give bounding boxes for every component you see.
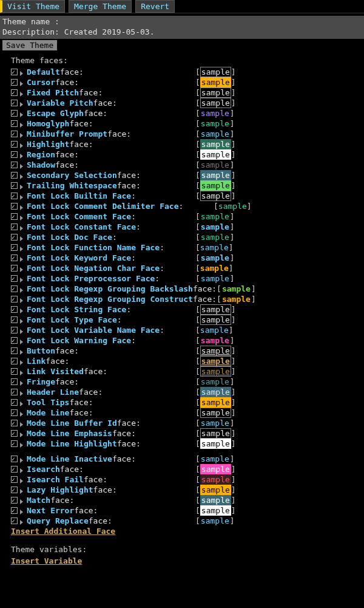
expand-icon[interactable] [20,247,23,251]
face-checkbox[interactable] [11,327,18,333]
face-checkbox[interactable] [11,254,18,261]
expand-icon[interactable] [20,112,23,117]
expand-icon[interactable] [20,216,23,220]
expand-icon[interactable] [20,371,23,375]
face-checkbox[interactable] [11,213,18,220]
expand-icon[interactable] [20,195,23,200]
face-checkbox[interactable] [11,265,18,272]
face-checkbox[interactable] [11,224,18,230]
face-checkbox[interactable] [11,203,18,210]
face-checkbox[interactable] [11,476,18,483]
save-theme-button[interactable]: Save Theme [2,40,57,50]
face-checkbox[interactable] [11,275,18,282]
face-checkbox[interactable] [11,69,18,75]
expand-icon[interactable] [20,154,23,159]
face-checkbox[interactable] [11,466,18,473]
face-checkbox[interactable] [11,337,18,344]
expand-icon[interactable] [20,401,23,406]
expand-icon[interactable] [20,164,23,169]
expand-icon[interactable] [20,391,23,396]
expand-icon[interactable] [20,226,23,231]
face-checkbox[interactable] [11,234,18,241]
expand-icon[interactable] [20,71,23,76]
expand-icon[interactable] [20,92,23,97]
insert-variable-link[interactable]: Insert Variable [11,556,82,567]
expand-icon[interactable] [20,360,23,365]
expand-icon[interactable] [20,185,23,190]
face-checkbox[interactable] [11,193,18,199]
expand-icon[interactable] [20,123,23,128]
face-checkbox[interactable] [11,172,18,179]
face-checkbox[interactable] [11,120,18,127]
face-checkbox[interactable] [11,151,18,158]
face-checkbox[interactable] [11,131,18,137]
expand-icon[interactable] [20,499,23,504]
expand-icon[interactable] [20,381,23,386]
face-checkbox[interactable] [11,296,18,302]
expand-icon[interactable] [20,257,23,262]
bracket-open: [ [195,140,200,149]
insert-face-link[interactable]: Insert Additional Face [11,527,115,537]
face-checkbox[interactable] [11,110,18,117]
expand-icon[interactable] [20,267,23,272]
face-name: Font Lock Comment Delimiter Face [27,202,178,212]
expand-icon[interactable] [20,102,23,107]
visit-theme-button[interactable]: Visit Theme [0,0,65,13]
face-checkbox[interactable] [11,141,18,148]
expand-icon[interactable] [20,422,23,427]
theme-desc-value[interactable]: Created 2019-05-03. [64,27,155,36]
expand-icon[interactable] [20,278,23,282]
face-checkbox[interactable] [11,456,18,462]
face-checkbox[interactable] [11,440,18,447]
expand-icon[interactable] [20,520,23,525]
face-checkbox[interactable] [11,389,18,395]
face-checkbox[interactable] [11,420,18,426]
expand-icon[interactable] [20,443,23,448]
face-checkbox[interactable] [11,430,18,437]
face-checkbox[interactable] [11,368,18,375]
expand-icon[interactable] [20,288,23,293]
face-checkbox[interactable] [11,89,18,96]
expand-icon[interactable] [20,236,23,241]
face-checkbox[interactable] [11,347,18,354]
expand-icon[interactable] [20,133,23,138]
face-row: Trailing Whitespace face:[sample] [11,181,364,191]
expand-icon[interactable] [20,432,23,437]
face-checkbox[interactable] [11,517,18,524]
expand-icon[interactable] [20,319,23,324]
merge-theme-button[interactable]: Merge Theme [69,0,132,13]
face-checkbox[interactable] [11,285,18,292]
face-checkbox[interactable] [11,507,18,514]
expand-icon[interactable] [20,412,23,417]
face-checkbox[interactable] [11,487,18,493]
face-checkbox[interactable] [11,244,18,251]
expand-icon[interactable] [20,174,23,179]
face-name: Escape Glyph [27,109,84,119]
face-checkbox[interactable] [11,306,18,313]
expand-icon[interactable] [20,329,23,334]
expand-icon[interactable] [20,81,23,86]
expand-icon[interactable] [20,298,23,303]
expand-icon[interactable] [20,143,23,148]
face-checkbox[interactable] [11,399,18,406]
face-checkbox[interactable] [11,316,18,323]
face-checkbox[interactable] [11,162,18,168]
face-checkbox[interactable] [11,497,18,504]
expand-icon[interactable] [20,350,23,355]
expand-icon[interactable] [20,205,23,210]
bracket-close: ] [230,377,235,386]
face-checkbox[interactable] [11,79,18,86]
expand-icon[interactable] [20,489,23,494]
face-checkbox[interactable] [11,378,18,385]
expand-icon[interactable] [20,340,23,344]
expand-icon[interactable] [20,479,23,483]
revert-button[interactable]: Revert [135,0,175,13]
face-checkbox[interactable] [11,100,18,106]
face-checkbox[interactable] [11,409,18,416]
expand-icon[interactable] [20,510,23,514]
expand-icon[interactable] [20,468,23,473]
expand-icon[interactable] [20,309,23,313]
expand-icon[interactable] [20,458,23,463]
face-checkbox[interactable] [11,182,18,189]
face-checkbox[interactable] [11,358,18,364]
